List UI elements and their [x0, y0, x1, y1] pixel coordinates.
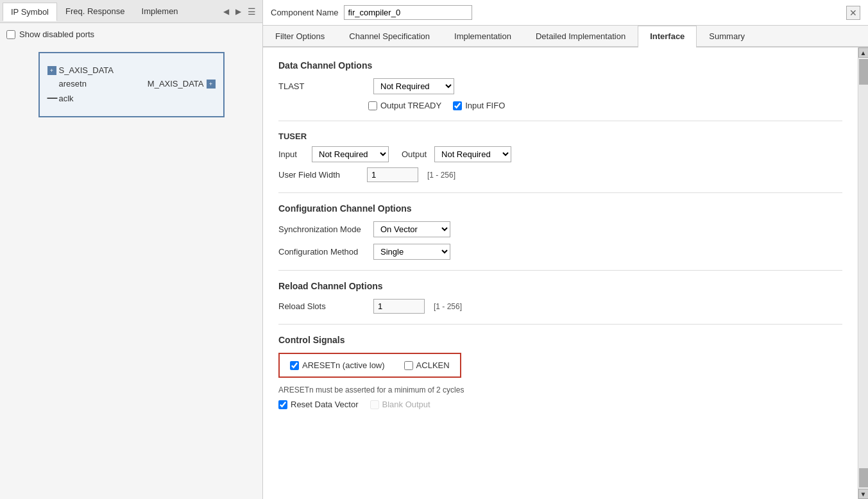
user-field-width-range: [1 - 256]: [427, 171, 455, 180]
divider-3: [278, 270, 842, 271]
output-tready-label[interactable]: Output TREADY: [368, 101, 441, 110]
port-s-axis-data-label: S_AXIS_DATA: [59, 65, 114, 75]
config-channel-title: Configuration Channel Options: [278, 203, 842, 214]
tab-freq-response[interactable]: Freq. Response: [57, 2, 133, 21]
ip-canvas: + S_AXIS_DATA aresetn M_AXIS_DATA +: [6, 52, 256, 117]
main-content: Data Channel Options TLAST Not Required …: [263, 47, 858, 499]
blank-output-checkbox: [370, 400, 379, 409]
tuser-output-label: Output: [402, 149, 427, 159]
show-disabled-ports-text: Show disabled ports: [19, 30, 94, 39]
port-aclk-label: aclk: [59, 94, 74, 103]
output-tready-text: Output TREADY: [380, 101, 441, 110]
tlast-row: TLAST Not Required Null Pass Through Vec…: [278, 78, 842, 94]
blank-output-text: Blank Output: [382, 400, 430, 409]
divider-4: [278, 324, 842, 325]
tlast-select[interactable]: Not Required Null Pass Through Vector Fr…: [373, 78, 454, 94]
port-aresetn-label: aresetn: [59, 79, 87, 89]
tab-filter-options[interactable]: Filter Options: [263, 26, 337, 46]
main-content-wrapper: Data Channel Options TLAST Not Required …: [263, 47, 858, 499]
tab-next-arrow[interactable]: ▶: [233, 6, 244, 17]
config-method-row: Configuration Method Single Multiple: [278, 244, 842, 260]
reset-data-vector-checkbox[interactable]: [278, 400, 287, 409]
scroll-track: [859, 59, 868, 487]
tuser-section: TUSER Input Not Required User_Field Outp…: [278, 131, 842, 182]
divider-2: [278, 192, 842, 193]
tab-implemen[interactable]: Implemen: [133, 2, 187, 21]
sync-mode-row: Synchronization Mode On Vector On Packet…: [278, 221, 842, 237]
reload-slots-label: Reload Slots: [278, 301, 368, 311]
user-field-width-row: User Field Width [1 - 256]: [278, 167, 842, 182]
user-field-width-label: User Field Width: [278, 170, 362, 180]
reset-data-vector-text: Reset Data Vector: [291, 400, 359, 409]
tab-interface[interactable]: Interface: [638, 26, 697, 47]
input-fifo-label[interactable]: Input FIFO: [453, 101, 505, 110]
right-panel: Component Name ✕ Filter Options Channel …: [263, 0, 868, 499]
component-name-label: Component Name: [271, 8, 339, 17]
aclken-text: ACLKEN: [416, 360, 450, 370]
sync-mode-label: Synchronization Mode: [278, 224, 368, 234]
component-name-bar: Component Name ✕: [263, 0, 868, 26]
reset-blank-row: Reset Data Vector Blank Output: [278, 400, 842, 409]
reload-slots-range: [1 - 256]: [434, 302, 462, 311]
tuser-input-row: Input Not Required User_Field Output Not…: [278, 146, 842, 162]
left-panel: IP Symbol Freq. Response Implemen ◀ ▶ ☰ …: [0, 0, 263, 499]
control-signals-title: Control Signals: [278, 335, 842, 345]
tab-summary[interactable]: Summary: [697, 26, 757, 46]
config-method-label: Configuration Method: [278, 247, 368, 257]
aresetn-checkbox[interactable]: [290, 361, 299, 370]
left-content: Show disabled ports + S_AXIS_DATA areset…: [0, 23, 262, 499]
aresetn-label[interactable]: ARESETn (active low): [290, 360, 385, 370]
reload-slots-input[interactable]: [373, 299, 425, 314]
scroll-down-btn[interactable]: ▼: [858, 489, 869, 499]
port-m-axis-data-label: M_AXIS_DATA: [148, 79, 204, 89]
user-field-width-input[interactable]: [367, 167, 418, 182]
tab-menu-icon[interactable]: ☰: [244, 5, 260, 18]
close-button[interactable]: ✕: [846, 6, 860, 20]
reset-data-vector-label[interactable]: Reset Data Vector: [278, 400, 359, 409]
right-scrollbar[interactable]: ▲ ▼: [858, 47, 868, 499]
port-connector-m-axis-right: +: [207, 80, 216, 89]
control-signals-box: ARESETn (active low) ACLKEN: [278, 353, 461, 378]
config-method-select[interactable]: Single Multiple: [373, 244, 450, 260]
port-aresetn-maxis: aresetn M_AXIS_DATA +: [47, 77, 216, 90]
port-aclk: — aclk: [47, 90, 216, 106]
right-panel-body: Data Channel Options TLAST Not Required …: [263, 47, 868, 499]
tab-detailed-impl[interactable]: Detailed Implementation: [523, 26, 638, 46]
scroll-up-btn[interactable]: ▲: [858, 47, 869, 58]
divider-1: [278, 121, 842, 121]
tab-channel-spec[interactable]: Channel Specification: [337, 26, 442, 46]
left-tab-bar: IP Symbol Freq. Response Implemen ◀ ▶ ☰: [0, 0, 262, 23]
tab-arrows: ◀ ▶: [221, 6, 244, 17]
aclken-checkbox[interactable]: [404, 361, 413, 370]
aresetn-note: ARESETn must be asserted for a minimum o…: [278, 385, 842, 394]
tab-prev-arrow[interactable]: ◀: [221, 6, 232, 17]
top-tab-bar: Filter Options Channel Specification Imp…: [263, 26, 868, 47]
aresetn-text: ARESETn (active low): [302, 360, 385, 370]
scroll-thumb-top: [859, 59, 868, 85]
tuser-input-label: Input: [278, 149, 304, 159]
output-tready-checkbox[interactable]: [368, 101, 377, 110]
tab-implementation[interactable]: Implementation: [442, 26, 523, 46]
sync-mode-select[interactable]: On Vector On Packet Manual: [373, 221, 450, 237]
show-disabled-ports-label[interactable]: Show disabled ports: [6, 30, 256, 39]
tlast-label: TLAST: [278, 81, 368, 91]
tready-fifo-row: Output TREADY Input FIFO: [368, 101, 842, 110]
tab-ip-symbol[interactable]: IP Symbol: [3, 3, 57, 21]
show-disabled-ports-checkbox[interactable]: [6, 30, 15, 39]
input-fifo-checkbox[interactable]: [453, 101, 462, 110]
ip-block: + S_AXIS_DATA aresetn M_AXIS_DATA +: [38, 52, 225, 117]
tuser-title: TUSER: [278, 131, 842, 141]
port-connector-s-axis-left: +: [47, 66, 56, 75]
aclken-label[interactable]: ACLKEN: [404, 360, 450, 370]
reload-slots-row: Reload Slots [1 - 256]: [278, 299, 842, 314]
scroll-thumb-bottom: [859, 468, 868, 487]
data-channel-options-title: Data Channel Options: [278, 60, 842, 71]
port-s-axis-data: + S_AXIS_DATA: [47, 63, 216, 77]
port-aclk-minus-icon: —: [47, 92, 56, 104]
tuser-output-select[interactable]: Not Required User_Field: [434, 146, 511, 162]
component-name-input[interactable]: [344, 5, 472, 20]
input-fifo-text: Input FIFO: [465, 101, 505, 110]
blank-output-label[interactable]: Blank Output: [370, 400, 430, 409]
reload-channel-title: Reload Channel Options: [278, 281, 842, 291]
tuser-input-select[interactable]: Not Required User_Field: [312, 146, 389, 162]
